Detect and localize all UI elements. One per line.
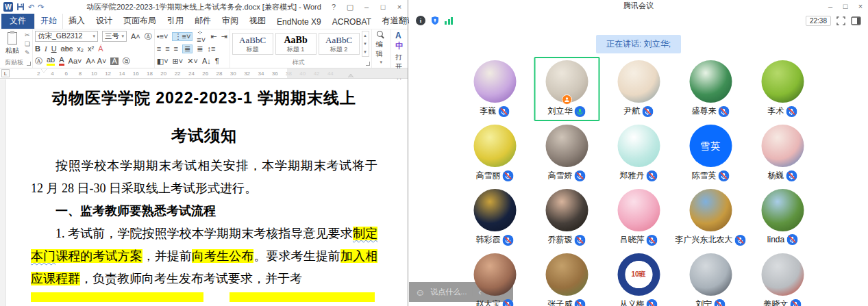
mic-muted-icon[interactable] [735,235,746,246]
superscript-button[interactable]: x² [88,45,94,53]
font-color-icon[interactable]: A [59,56,64,66]
increase-indent-icon[interactable]: ⇥ [221,33,227,40]
clipboard-dialog-launcher[interactable] [27,62,31,66]
save-icon[interactable] [16,3,25,11]
mic-muted-icon[interactable] [647,299,658,306]
mic-muted-icon[interactable] [647,235,658,246]
styles-gallery-icon[interactable]: ▼ [362,48,369,56]
subscript-button[interactable]: x₂ [77,45,84,53]
ribbon-tab[interactable]: 审阅 [216,13,244,29]
phonetic-guide-icon[interactable]: Á [98,45,103,53]
char-border-icon[interactable]: Ⓐ [35,58,42,65]
char-scale-icon[interactable]: A˄ A˅ [86,58,106,65]
participant-tile[interactable]: 李广兴东北农大 [678,186,743,250]
security-shield-icon[interactable] [430,16,440,25]
mic-muted-icon[interactable] [575,170,586,181]
ribbon-tab[interactable]: 文件 [1,13,34,29]
style-heading2[interactable]: AaBbC 标题 2 [319,33,360,55]
align-left-icon[interactable]: ≡ [157,45,161,53]
participant-tile[interactable]: 乔薪瑷 [534,186,599,250]
underline-button[interactable]: U [51,45,57,53]
char-shading-icon[interactable]: A [110,58,118,65]
close-button[interactable]: × [853,1,868,12]
show-marks-icon[interactable]: ¶ [215,58,219,65]
mic-muted-icon[interactable] [503,299,514,306]
minimize-button[interactable]: – [823,1,838,12]
italic-button[interactable]: I [45,45,47,53]
mic-muted-icon[interactable] [786,106,797,117]
ribbon-options-icon[interactable]: ▢ [342,1,358,13]
participant-tile[interactable]: 李巍 [462,57,528,121]
right-indent-marker[interactable] [348,74,354,77]
participant-tile[interactable]: 10班 从义梅 [606,250,671,306]
styles-dialog-launcher[interactable] [366,62,370,66]
network-signal-icon[interactable] [445,16,453,25]
participant-tile[interactable]: 赵大宝 [462,250,528,306]
strikethrough-button[interactable]: abc [61,45,73,53]
mic-muted-icon[interactable] [715,299,726,306]
paste-button[interactable]: 粘贴 [2,31,23,57]
ribbon-tab[interactable]: 开始 [34,12,63,29]
help-icon[interactable]: ? [325,1,342,13]
horizontal-ruler[interactable]: L 24681012141618202224262830323436384042… [0,68,408,79]
bullets-icon[interactable]: •≡˅ [157,33,169,40]
format-painter-icon[interactable]: ✎ [25,49,30,56]
participant-tile[interactable]: 郑雅丹 [606,121,671,186]
participant-tile[interactable]: 张子威 [534,250,599,306]
maximize-button[interactable]: □ [838,1,853,12]
shading-icon[interactable]: ◧˅ [157,58,169,65]
first-line-indent-marker[interactable] [41,69,47,73]
mic-muted-icon[interactable] [503,235,514,246]
text-highlight-icon[interactable]: ab [47,56,55,66]
ribbon-tab[interactable]: ACROBAT [327,15,377,29]
participant-tile[interactable]: linda [749,186,815,250]
enclose-char-icon[interactable]: ⓐ [123,58,130,65]
copy-icon[interactable]: ❏ [25,40,30,47]
mic-muted-icon[interactable] [499,106,510,117]
ribbon-tab[interactable]: EndNote X9 [271,15,327,29]
participant-tile[interactable]: 杨巍 [749,121,815,186]
numbering-icon[interactable]: ⋮≡˅ [172,32,193,41]
mic-muted-icon[interactable] [575,299,586,306]
distributed-icon[interactable]: ≣ [197,45,203,53]
participant-tile[interactable]: 李术 [749,57,815,121]
sort-icon[interactable]: A↓ [202,58,211,65]
styles-scroll-down-icon[interactable]: ▼ [362,40,369,48]
emoji-icon[interactable]: ☺ [415,288,425,297]
participant-tile[interactable]: 高雪娇 [534,121,599,186]
participant-tile[interactable]: 姜晓文 [749,250,815,306]
document-page[interactable]: 动物医学学院 2022-2023-1 学期期末线上 考试须知 按照学校本学期期末… [6,79,408,306]
fullscreen-icon[interactable] [836,16,845,25]
ribbon-tab[interactable]: 引用 [162,13,189,29]
asian-layout-icon[interactable]: ✕˅ [187,58,198,65]
align-right-icon[interactable]: ≡ [174,45,178,53]
styles-scroll-up-icon[interactable]: ▲ [362,31,369,40]
participant-tile[interactable]: 尹航 [606,57,671,121]
grow-font-icon[interactable]: A˄ [131,33,140,40]
participant-tile[interactable]: 刘宁 [678,250,743,306]
maximize-button[interactable]: □ [375,1,391,13]
mic-muted-icon[interactable] [503,170,514,181]
meeting-info-icon[interactable]: i [416,16,425,25]
mic-muted-icon[interactable] [786,170,797,181]
ribbon-tab[interactable]: 插入 [63,13,90,29]
change-case-icon[interactable]: Aa˅ [69,58,82,65]
layout-switch-icon[interactable] [851,16,861,25]
edit-button[interactable]: 编辑 ▾ [374,31,388,65]
font-name-select[interactable]: 仿宋_GB2312▾ [35,31,98,42]
align-center-icon[interactable]: ≡ [165,45,169,53]
multilevel-list-icon[interactable]: ⁘≡˅ [197,29,206,44]
tab-selector[interactable]: L [1,69,10,77]
ribbon-tab[interactable]: 邮件 [189,13,216,29]
ribbon-tab[interactable]: 视图 [244,13,271,29]
font-size-select[interactable]: 三号▾ [102,31,127,42]
ribbon-tab[interactable]: 设计 [90,13,118,29]
participant-tile[interactable]: 雪英 陈雪英 [678,121,743,186]
style-heading1[interactable]: AaBb 标题 1 [275,33,317,55]
mic-muted-icon[interactable] [719,106,730,117]
decrease-indent-icon[interactable]: ⇤ [210,33,216,40]
clear-format-icon[interactable]: Ⓐ [145,33,152,40]
mic-on-icon[interactable] [575,106,586,117]
undo-icon[interactable]: ↶ [28,3,34,11]
bold-button[interactable]: B [35,45,40,53]
